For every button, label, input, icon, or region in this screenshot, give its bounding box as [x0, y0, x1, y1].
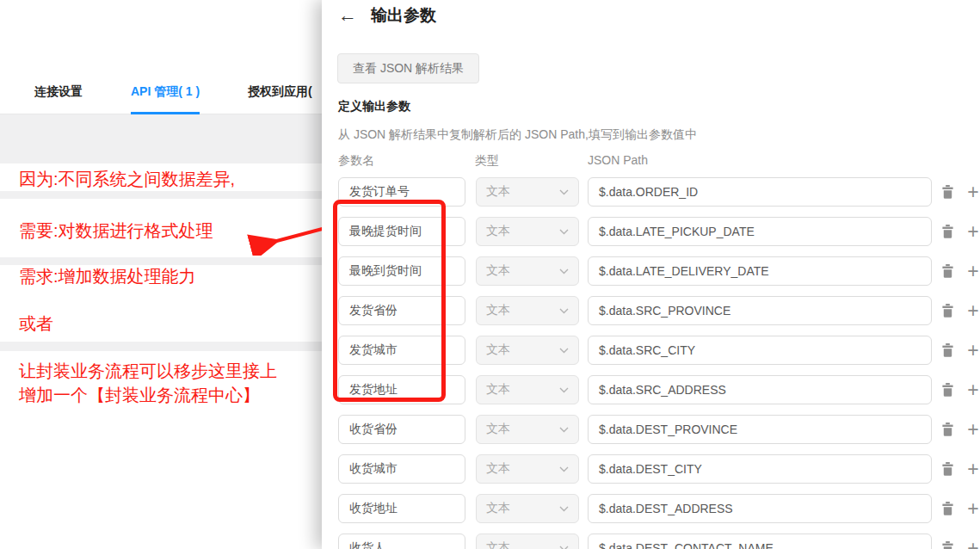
json-path-input[interactable] [588, 415, 932, 444]
tab-api-management[interactable]: API 管理( 1 ) [131, 84, 200, 114]
delete-icon[interactable] [941, 383, 954, 397]
delete-icon[interactable] [941, 225, 954, 238]
param-name-input[interactable] [338, 177, 465, 207]
add-icon[interactable]: + [964, 377, 980, 403]
chevron-down-icon [559, 268, 569, 274]
param-type-select[interactable]: 文本 [476, 494, 579, 523]
annotation-line: 或者 [19, 312, 53, 336]
add-icon[interactable]: + [964, 456, 980, 482]
back-arrow-icon[interactable]: ← [338, 3, 357, 28]
param-name-input[interactable] [338, 534, 465, 549]
view-json-result-button[interactable]: 查看 JSON 解析结果 [337, 53, 479, 83]
chevron-down-icon [559, 348, 569, 354]
gray-stripe [0, 342, 322, 351]
param-type-select[interactable]: 文本 [476, 217, 579, 246]
add-icon[interactable]: + [964, 416, 980, 442]
param-name-input[interactable] [338, 336, 465, 365]
param-type-select[interactable]: 文本 [476, 256, 579, 286]
json-path-input[interactable] [588, 256, 932, 286]
param-type-select[interactable]: 文本 [476, 375, 579, 404]
json-path-input[interactable] [588, 534, 932, 549]
annotation-line: 增加一个【封装业务流程中心】 [19, 384, 260, 407]
tab-authorize-to-app[interactable]: 授权到应用( [248, 84, 312, 112]
param-name-input[interactable] [338, 415, 465, 444]
param-type-select[interactable]: 文本 [476, 177, 579, 207]
chevron-down-icon [559, 506, 569, 512]
add-icon[interactable]: + [964, 298, 980, 324]
tab-connection-settings[interactable]: 连接设置 [34, 84, 83, 112]
param-name-input[interactable] [338, 454, 465, 484]
param-row: 文本 + [338, 296, 980, 325]
drawer-title: 输出参数 [371, 4, 436, 27]
param-row: 文本 + [338, 256, 980, 286]
annotation-line: 让封装业务流程可以移步这里接上 [19, 360, 277, 383]
add-icon[interactable]: + [964, 535, 980, 549]
gray-stripe [0, 257, 322, 265]
param-type-value: 文本 [486, 422, 510, 437]
annotation-line: 因为:不同系统之间数据差异, [19, 168, 235, 191]
delete-icon[interactable] [941, 304, 954, 318]
add-icon[interactable]: + [964, 337, 980, 363]
red-arrow-left-icon [245, 217, 322, 256]
tab-bar: 连接设置API 管理( 1 )授权到应用( [0, 76, 322, 114]
param-type-value: 文本 [486, 184, 510, 200]
background-page: 连接设置API 管理( 1 )授权到应用( 因为:不同系统之间数据差异,需要:对… [0, 0, 322, 549]
delete-icon[interactable] [941, 502, 954, 515]
param-name-input[interactable] [338, 217, 465, 246]
param-type-value: 文本 [486, 382, 510, 398]
annotation-line: 需求:增加数据处理能力 [19, 265, 196, 288]
json-path-input[interactable] [588, 494, 932, 523]
delete-icon[interactable] [941, 423, 954, 436]
param-type-value: 文本 [486, 501, 510, 516]
drawer-header: ← 输出参数 [338, 3, 436, 28]
param-type-select[interactable]: 文本 [476, 336, 579, 365]
param-name-input[interactable] [338, 494, 465, 523]
param-row: 文本 + [338, 494, 980, 523]
annotation-line: 需要:对数据进行格式处理 [19, 219, 213, 243]
delete-icon[interactable] [941, 343, 954, 357]
chevron-down-icon [559, 427, 569, 433]
param-row: 文本 + [338, 534, 980, 549]
param-rows: 文本 + 文本 [338, 177, 980, 549]
json-path-input[interactable] [588, 177, 932, 207]
column-header-name: 参数名 [338, 153, 374, 169]
param-type-select[interactable]: 文本 [476, 296, 579, 325]
param-row: 文本 + [338, 375, 980, 404]
chevron-down-icon [559, 189, 569, 195]
param-name-input[interactable] [338, 375, 465, 404]
param-type-select[interactable]: 文本 [476, 454, 579, 484]
chevron-down-icon [559, 466, 569, 472]
json-path-input[interactable] [588, 217, 932, 246]
json-path-input[interactable] [588, 454, 932, 484]
json-path-input[interactable] [588, 336, 932, 365]
section-description: 从 JSON 解析结果中复制解析后的 JSON Path,填写到输出参数值中 [338, 127, 697, 143]
chevron-down-icon [559, 308, 569, 314]
add-icon[interactable]: + [964, 219, 980, 244]
param-name-input[interactable] [338, 256, 465, 286]
add-icon[interactable]: + [964, 179, 980, 205]
json-path-input[interactable] [588, 296, 932, 325]
delete-icon[interactable] [941, 185, 954, 199]
chevron-down-icon [559, 546, 569, 549]
chevron-down-icon [559, 387, 569, 393]
param-name-input[interactable] [338, 296, 465, 325]
param-type-select[interactable]: 文本 [476, 534, 579, 549]
add-icon[interactable]: + [964, 496, 980, 521]
param-type-value: 文本 [486, 461, 510, 477]
column-header-json-path: JSON Path [588, 153, 648, 167]
gray-stripe [0, 191, 322, 199]
param-type-value: 文本 [486, 224, 510, 239]
param-row: 文本 + [338, 415, 980, 444]
section-title: 定义输出参数 [338, 99, 410, 114]
param-row: 文本 + [338, 217, 980, 246]
delete-icon[interactable] [941, 541, 954, 549]
output-params-drawer: ← 输出参数 查看 JSON 解析结果 定义输出参数 从 JSON 解析结果中复… [322, 0, 980, 549]
page: 连接设置API 管理( 1 )授权到应用( 因为:不同系统之间数据差异,需要:对… [0, 0, 980, 549]
add-icon[interactable]: + [964, 258, 980, 284]
column-header-type: 类型 [475, 153, 499, 169]
param-type-select[interactable]: 文本 [476, 415, 579, 444]
delete-icon[interactable] [941, 264, 954, 278]
param-type-value: 文本 [486, 263, 510, 279]
json-path-input[interactable] [588, 375, 932, 404]
delete-icon[interactable] [941, 462, 954, 476]
